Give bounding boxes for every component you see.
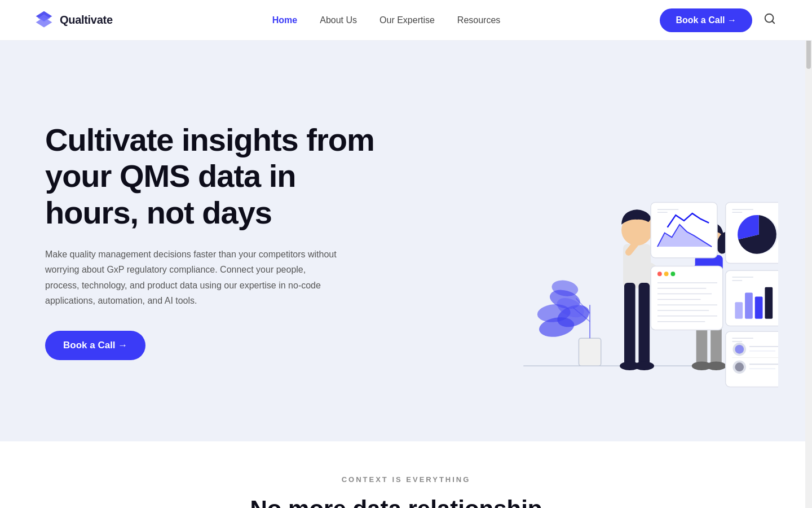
hero-cta-button[interactable]: Book a Call →: [45, 331, 145, 360]
nav-links: Home About Us Our Expertise Resources: [272, 15, 501, 25]
logo-link[interactable]: Qualtivate: [34, 10, 113, 30]
book-call-button[interactable]: Book a Call →: [660, 8, 752, 32]
svg-point-50: [664, 271, 669, 276]
nav-link-home[interactable]: Home: [272, 15, 297, 25]
illustration-svg: [468, 94, 778, 388]
nav-link-expertise[interactable]: Our Expertise: [379, 15, 435, 25]
context-title: No more data relationship...: [45, 495, 767, 508]
brand-name: Qualtivate: [60, 14, 113, 27]
svg-point-66: [735, 362, 744, 371]
svg-point-49: [657, 271, 662, 276]
nav-item-resources[interactable]: Resources: [457, 15, 500, 25]
search-icon: [764, 12, 776, 25]
nav-item-home[interactable]: Home: [272, 15, 297, 25]
hero-title: Cultivate insights from your QMS data in…: [45, 122, 383, 231]
svg-point-62: [735, 345, 744, 354]
logo-icon: [34, 10, 54, 30]
nav-item-expertise[interactable]: Our Expertise: [379, 15, 435, 25]
svg-line-4: [772, 21, 774, 23]
svg-rect-17: [624, 283, 636, 366]
svg-point-51: [670, 271, 675, 276]
context-section: CONTEXT IS EVERYTHING No more data relat…: [0, 441, 812, 508]
nav-right: Book a Call →: [660, 8, 778, 32]
hero-content: Cultivate insights from your QMS data in…: [45, 122, 383, 360]
hero-illustration: [468, 94, 778, 388]
svg-rect-46: [755, 296, 763, 318]
svg-point-20: [634, 361, 654, 370]
search-button[interactable]: [761, 10, 778, 30]
hero-section: Cultivate insights from your QMS data in…: [0, 41, 812, 441]
context-eyebrow: CONTEXT IS EVERYTHING: [45, 475, 767, 484]
nav-item-about[interactable]: About Us: [320, 15, 357, 25]
svg-rect-60: [726, 331, 778, 387]
navbar: Qualtivate Home About Us Our Expertise R…: [0, 0, 812, 41]
svg-rect-6: [579, 338, 601, 366]
svg-rect-48: [651, 266, 723, 330]
svg-point-28: [706, 361, 726, 370]
svg-rect-18: [638, 283, 650, 366]
hero-description: Make quality management decisions faster…: [45, 247, 338, 308]
scrollbar[interactable]: [805, 0, 812, 508]
nav-link-resources[interactable]: Resources: [457, 15, 500, 25]
nav-link-about[interactable]: About Us: [320, 15, 357, 25]
svg-rect-47: [765, 287, 773, 319]
svg-rect-45: [745, 293, 753, 319]
svg-rect-44: [735, 302, 743, 318]
